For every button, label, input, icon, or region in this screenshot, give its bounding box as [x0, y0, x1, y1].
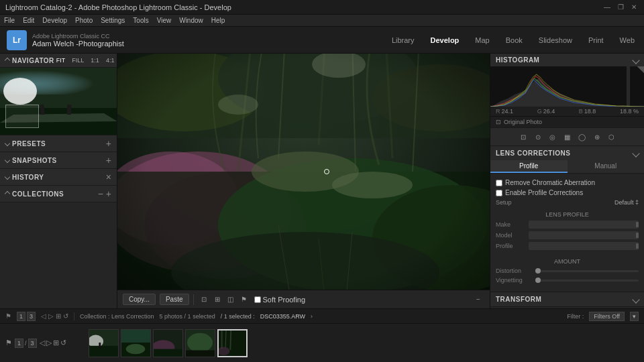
app: Lr Adobe Lightroom Classic CC Adam Welch… — [0, 27, 644, 362]
range-mask-tool[interactable]: ⬡ — [606, 131, 618, 143]
collections-chevron — [5, 191, 10, 196]
restore-button[interactable]: ❐ — [616, 3, 625, 12]
filmstrip-counter: 1 / 3 — [15, 339, 37, 348]
enable-profile-label: Enable Profile Corrections — [505, 189, 583, 196]
zoom-fit[interactable]: FIT — [54, 56, 68, 64]
lp-model-bar[interactable] — [529, 231, 639, 239]
navigator-header[interactable]: Navigator FIT FILL 1:1 4:1 — [0, 54, 117, 68]
gradient-tool[interactable]: ▦ — [561, 131, 574, 143]
lp-profile-row: Profile — [496, 241, 639, 251]
filmstrip-rotate-icon[interactable]: ↺ — [60, 339, 66, 347]
nav-slideshow[interactable]: Slideshow — [536, 35, 575, 46]
copy-button[interactable]: Copy... — [123, 294, 156, 305]
snapshots-header[interactable]: Snapshots + — [0, 152, 117, 168]
bottom-toolbar: Copy... Paste ⊡ ⊞ ◫ ⚑ Soft Proofing − — [117, 290, 490, 308]
filmstrip-thumb-2[interactable] — [121, 329, 151, 357]
titlebar: Lightroom Catalog-2 - Adobe Photoshop Li… — [0, 0, 644, 15]
zoom-1-1[interactable]: 1:1 — [89, 56, 101, 64]
nav-book[interactable]: Book — [503, 35, 525, 46]
filter-dropdown[interactable]: ▾ — [630, 312, 639, 321]
topbar: Lr Adobe Lightroom Classic CC Adam Welch… — [0, 27, 644, 54]
history-chevron — [5, 174, 10, 180]
zoom-fill[interactable]: FILL — [70, 56, 86, 64]
minimize-button[interactable]: — — [602, 3, 612, 12]
filmstrip-thumb-4[interactable] — [185, 329, 215, 357]
filmstrip-grid-icon[interactable]: ⊞ — [53, 339, 59, 347]
filter-value[interactable]: Filters Off — [589, 312, 625, 321]
heal-tool[interactable]: ⊙ — [532, 131, 544, 143]
filmstrip-thumb-1[interactable] — [89, 329, 119, 357]
histogram-header[interactable]: Histogram — [490, 54, 644, 66]
lens-tab-profile[interactable]: Profile — [490, 160, 568, 173]
distortion-slider[interactable] — [535, 270, 639, 272]
filmstrip-left: ⚑ 1 / 3 ◁ ▷ ⊞ ↺ — [5, 339, 86, 348]
user-info: Adobe Lightroom Classic CC Adam Welch -P… — [32, 33, 124, 48]
lens-corrections-header[interactable]: Lens Corrections — [490, 146, 644, 160]
filmstrip-flag-icon: ⚑ — [5, 339, 12, 347]
enable-profile-checkbox[interactable] — [496, 190, 502, 196]
menu-settings[interactable]: Settings — [101, 17, 125, 24]
menu-view[interactable]: View — [157, 17, 172, 24]
filmstrip-thumbs — [89, 329, 639, 357]
nav-map[interactable]: Map — [472, 35, 492, 46]
filmstrip-thumb-5[interactable] — [217, 329, 248, 357]
menu-photo[interactable]: Photo — [75, 17, 93, 24]
nav-print[interactable]: Print — [586, 35, 606, 46]
nav-develop[interactable]: Develop — [428, 35, 462, 46]
menu-tools[interactable]: Tools — [133, 17, 148, 24]
amount-section: Amount Distortion Vignetting — [496, 254, 639, 288]
histogram-chevron — [632, 56, 639, 64]
nav-web[interactable]: Web — [617, 35, 637, 46]
amount-title: Amount — [496, 257, 639, 266]
menu-file[interactable]: File — [4, 17, 15, 24]
menu-help[interactable]: Help — [211, 17, 225, 24]
zoom-out-icon[interactable]: − — [472, 294, 484, 306]
menu-edit[interactable]: Edit — [23, 17, 34, 24]
collections-header[interactable]: Collections − + — [0, 186, 117, 202]
collections-minus-button[interactable]: − — [98, 189, 103, 198]
filmstrip-thumb-3[interactable] — [153, 329, 183, 357]
grid-nav-icon[interactable]: ⊞ — [56, 312, 61, 320]
brush-tool[interactable]: ⊛ — [591, 131, 603, 143]
history-header[interactable]: History × — [0, 169, 117, 185]
main-photo: Copy... Paste ⊡ ⊞ ◫ ⚑ Soft Proofing − — [117, 54, 490, 308]
setup-value[interactable]: Default ‡ — [614, 199, 639, 206]
transform-header[interactable]: Transform — [490, 292, 644, 306]
filmstrip-prev-icon[interactable]: ◁ — [40, 339, 45, 347]
rotate-icon[interactable]: ↺ — [63, 312, 68, 320]
snapshots-chevron — [5, 158, 10, 163]
svg-rect-39 — [89, 345, 118, 356]
user-name: Adam Welch -Photographist — [32, 40, 124, 48]
zoom-4-1[interactable]: 4:1 — [104, 56, 117, 64]
snapshots-add-button[interactable]: + — [106, 156, 111, 165]
radial-tool[interactable]: ◯ — [576, 131, 588, 143]
paste-button[interactable]: Paste — [160, 294, 189, 305]
presets-header[interactable]: Presets + — [0, 135, 117, 152]
close-button[interactable]: ✕ — [629, 3, 639, 12]
lp-make-bar[interactable] — [529, 221, 639, 229]
presets-add-button[interactable]: + — [106, 139, 111, 148]
lens-tab-manual[interactable]: Manual — [568, 160, 645, 173]
crop-tool[interactable]: ⊡ — [517, 131, 529, 143]
titlebar-title: Lightroom Catalog-2 - Adobe Photoshop Li… — [5, 3, 231, 11]
history-close-button[interactable]: × — [106, 172, 111, 182]
svg-rect-35 — [627, 66, 630, 107]
photo-container[interactable] — [117, 54, 490, 290]
grid-icon[interactable]: ⊞ — [211, 294, 223, 306]
menu-develop[interactable]: Develop — [42, 17, 67, 24]
filmstrip-next-icon[interactable]: ▷ — [46, 339, 52, 347]
status-counter-1: 1 — [17, 312, 25, 321]
remove-ca-checkbox[interactable] — [496, 180, 502, 186]
nav-right-icon[interactable]: ▷ — [48, 312, 54, 320]
soft-proofing-checkbox[interactable] — [254, 296, 261, 303]
red-eye-tool[interactable]: ◎ — [547, 131, 559, 143]
nav-library[interactable]: Library — [389, 35, 417, 46]
lp-profile-bar[interactable] — [529, 242, 639, 250]
compare-icon[interactable]: ◫ — [225, 294, 237, 306]
menu-window[interactable]: Window — [179, 17, 203, 24]
crop-icon[interactable]: ⊡ — [198, 294, 210, 306]
flag-icon[interactable]: ⚑ — [238, 294, 250, 306]
vignetting-slider[interactable] — [535, 280, 639, 282]
nav-left-icon[interactable]: ◁ — [41, 312, 46, 320]
collections-add-button[interactable]: + — [106, 189, 111, 198]
